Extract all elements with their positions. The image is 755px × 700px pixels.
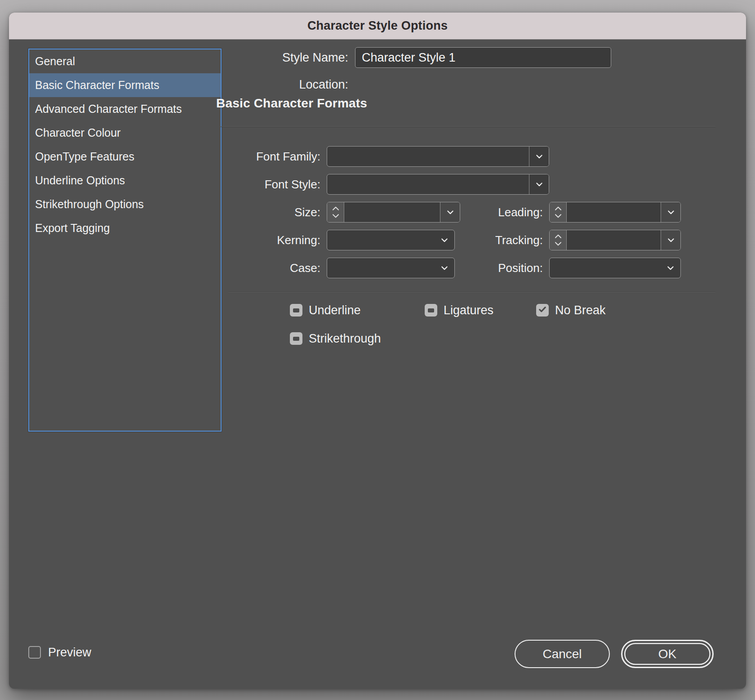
leading-stepper (550, 202, 567, 222)
strikethrough-checkbox[interactable] (290, 332, 302, 345)
options-divider (228, 291, 715, 292)
chevron-down-icon (666, 236, 675, 245)
chevron-down-icon (666, 263, 675, 272)
dialog-title: Character Style Options (307, 19, 448, 33)
underline-checkbox-label: Underline (309, 304, 361, 317)
size-stepper (327, 202, 344, 222)
character-style-options-dialog: Character Style Options General Basic Ch… (9, 13, 746, 689)
sidebar-item-basic-character-formats[interactable]: Basic Character Formats (29, 73, 221, 97)
style-name-label: Style Name: (225, 47, 348, 68)
chevron-down-icon (446, 208, 455, 217)
ligatures-checkbox-label: Ligatures (444, 304, 493, 317)
stepper-up-button[interactable] (553, 233, 563, 240)
case-value (327, 258, 435, 278)
no-break-checkbox-label: No Break (555, 304, 606, 317)
leading-label: Leading: (458, 202, 543, 223)
ok-button[interactable]: OK (621, 640, 714, 668)
section-title: Basic Character Formats (216, 96, 367, 111)
chevron-down-icon (666, 208, 675, 217)
leading-combobox[interactable] (549, 202, 681, 223)
kerning-value (327, 230, 435, 250)
sidebar-item-character-colour[interactable]: Character Colour (29, 121, 221, 145)
sidebar-item-advanced-character-formats[interactable]: Advanced Character Formats (29, 97, 221, 121)
dialog-title-bar[interactable]: Character Style Options (9, 13, 746, 40)
tracking-combobox[interactable] (549, 230, 681, 250)
stepper-down-button[interactable] (553, 241, 563, 247)
size-combobox[interactable] (327, 202, 460, 223)
checkmark-icon (538, 305, 547, 316)
sidebar-item-general[interactable]: General (29, 49, 221, 73)
indeterminate-dash-icon (428, 308, 434, 312)
leading-value (567, 202, 661, 222)
case-select[interactable] (327, 258, 455, 278)
indeterminate-dash-icon (293, 337, 299, 341)
preview-checkbox[interactable] (28, 646, 41, 659)
tracking-value (567, 230, 661, 250)
font-style-label: Font Style: (180, 174, 320, 195)
tracking-stepper (550, 230, 567, 250)
font-style-value (327, 174, 529, 194)
position-select[interactable] (549, 258, 681, 278)
chevron-down-icon (535, 180, 544, 189)
style-name-input[interactable] (355, 47, 611, 68)
kerning-label: Kerning: (180, 230, 320, 250)
location-label: Location: (225, 74, 348, 95)
desktop-background: Character Style Options General Basic Ch… (0, 0, 755, 700)
stepper-down-button[interactable] (331, 213, 341, 219)
chevron-down-icon (535, 152, 544, 161)
case-label: Case: (180, 258, 320, 278)
font-family-value (327, 147, 529, 166)
size-value (344, 202, 440, 222)
ligatures-checkbox[interactable] (425, 304, 437, 317)
indeterminate-dash-icon (293, 308, 299, 312)
tracking-label: Tracking: (458, 230, 543, 250)
chevron-down-icon (440, 236, 449, 245)
stepper-down-button[interactable] (553, 213, 563, 219)
font-style-select[interactable] (327, 174, 549, 195)
stepper-up-button[interactable] (331, 205, 341, 212)
size-label: Size: (180, 202, 320, 223)
underline-checkbox[interactable] (290, 304, 302, 317)
preview-checkbox-label: Preview (48, 646, 91, 659)
kerning-select[interactable] (327, 230, 455, 250)
cancel-button[interactable]: Cancel (515, 640, 610, 668)
stepper-up-button[interactable] (553, 205, 563, 212)
strikethrough-checkbox-label: Strikethrough (309, 332, 381, 345)
chevron-down-icon (440, 263, 449, 272)
font-family-select[interactable] (327, 146, 549, 167)
font-family-label: Font Family: (180, 146, 320, 167)
section-divider (220, 126, 715, 127)
position-label: Position: (458, 258, 543, 278)
position-value (550, 258, 661, 278)
no-break-checkbox[interactable] (536, 304, 549, 317)
